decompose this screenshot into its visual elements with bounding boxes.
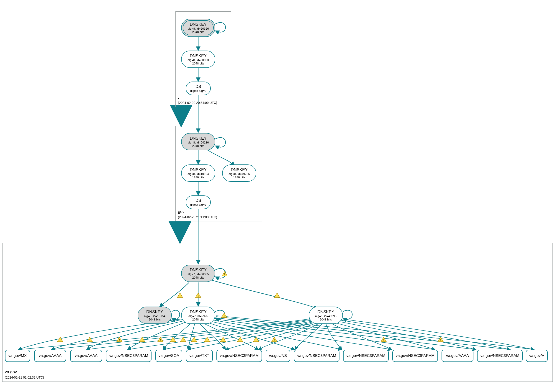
- rr-soa: va.gov/SOA: [155, 350, 182, 362]
- rr-aaaa-1: va.gov/AAAA: [34, 350, 66, 362]
- zone-root-label: . (2024-02-20 20:34:09 UTC): [178, 95, 217, 105]
- node-va-40995: DNSKEY alg=8, id=40995 2048 bits: [309, 307, 343, 324]
- zone-gov-label: gov (2024-02-20 21:11:08 UTC): [178, 209, 217, 219]
- node-root-zsk-sub1: alg=8, id=30903: [188, 58, 209, 62]
- node-va-ksk: DNSKEY alg=7, id=36085 2048 bits: [181, 265, 215, 282]
- node-gov-zsk1: DNSKEY alg=8, id=10104 1280 bits: [181, 164, 215, 182]
- rr-txt: va.gov/TXT: [186, 350, 213, 362]
- node-va-40995-sub1: alg=8, id=40995: [315, 314, 336, 318]
- node-va-40995-sub2: 2048 bits: [320, 318, 332, 321]
- node-gov-ksk-title: DNSKEY: [190, 136, 207, 141]
- rr-a-1: va.gov/A: [526, 350, 548, 362]
- node-gov-zsk1-sub2: 1280 bits: [192, 176, 204, 179]
- node-va-ksk-title: DNSKEY: [190, 268, 207, 272]
- node-root-zsk-sub2: 2048 bits: [192, 62, 204, 65]
- node-gov-zsk1-sub1: alg=8, id=10104: [188, 172, 209, 176]
- node-va-ksk-sub1: alg=7, id=36085: [188, 272, 209, 276]
- rr-mx: va.gov/MX: [5, 350, 30, 362]
- node-va-5925: DNSKEY alg=7, id=5925 2048 bits: [181, 307, 215, 324]
- zone-root-name: .: [178, 95, 179, 100]
- node-va-15154-sub2: 2048 bits: [149, 318, 161, 321]
- rr-nsec3-2: va.gov/NSEC3PARAM: [216, 350, 262, 362]
- node-va-40995-title: DNSKEY: [317, 310, 334, 314]
- node-root-ds: DS digest alg=2: [186, 81, 211, 95]
- node-va-5925-title: DNSKEY: [190, 310, 207, 314]
- node-gov-ksk: DNSKEY alg=8, id=64280 2048 bits: [181, 133, 215, 150]
- rr-aaaa-3: va.gov/AAAA: [442, 350, 474, 362]
- node-root-ksk-title: DNSKEY: [190, 22, 207, 27]
- node-va-15154: DNSKEY alg=8, id=15154 2048 bits: [138, 307, 172, 324]
- node-va-5925-sub2: 2048 bits: [192, 318, 204, 321]
- node-root-ksk: DNSKEY alg=8, id=20326 2048 bits: [181, 19, 215, 37]
- node-va-ksk-sub2: 2048 bits: [192, 276, 204, 279]
- zone-gov-time: (2024-02-20 21:11:08 UTC): [178, 215, 217, 219]
- node-root-ksk-sub2: 2048 bits: [192, 30, 204, 34]
- node-root-ds-sub1: digest alg=2: [190, 89, 206, 93]
- node-va-15154-title: DNSKEY: [146, 310, 163, 314]
- zone-vagov-label: va.gov (2024-02-21 01:02:32 UTC): [5, 370, 44, 380]
- rr-aaaa-2: va.gov/AAAA: [70, 350, 102, 362]
- rr-nsec3-4: va.gov/NSEC3PARAM: [343, 350, 389, 362]
- rr-nsec3-6: va.gov/NSEC3PARAM: [477, 350, 523, 362]
- node-root-zsk: DNSKEY alg=8, id=30903 2048 bits: [181, 51, 215, 68]
- dnssec-diagram: . (2024-02-20 20:34:09 UTC) gov (2024-02…: [0, 0, 555, 392]
- node-root-ds-title: DS: [195, 84, 201, 89]
- zone-vagov-time: (2024-02-21 01:02:32 UTC): [5, 376, 44, 379]
- rr-ns: va.gov/NS: [266, 350, 290, 362]
- node-gov-ds: DS digest alg=2: [186, 196, 211, 209]
- node-gov-ds-sub1: digest alg=2: [190, 203, 206, 206]
- zone-vagov-name: va.gov: [5, 370, 17, 374]
- rr-nsec3-5: va.gov/NSEC3PARAM: [392, 350, 438, 362]
- node-gov-zsk2: DNSKEY alg=8, id=49735 1280 bits: [222, 164, 256, 182]
- zone-gov-name: gov: [178, 209, 184, 214]
- rr-nsec3-1: va.gov/NSEC3PARAM: [106, 350, 152, 362]
- node-root-ksk-sub1: alg=8, id=20326: [188, 27, 209, 30]
- rr-nsec3-3: va.gov/NSEC3PARAM: [294, 350, 339, 362]
- zone-root-time: (2024-02-20 20:34:09 UTC): [178, 101, 217, 105]
- node-gov-ds-title: DS: [195, 198, 201, 203]
- node-gov-zsk2-title: DNSKEY: [231, 167, 248, 172]
- node-root-zsk-title: DNSKEY: [190, 53, 207, 58]
- node-va-15154-sub1: alg=8, id=15154: [144, 314, 165, 318]
- node-va-5925-sub1: alg=7, id=5925: [188, 314, 208, 318]
- node-gov-zsk2-sub1: alg=8, id=49735: [228, 172, 250, 176]
- node-gov-zsk2-sub2: 1280 bits: [233, 176, 245, 179]
- node-gov-ksk-sub2: 2048 bits: [192, 144, 204, 148]
- node-gov-ksk-sub1: alg=8, id=64280: [188, 141, 209, 144]
- node-gov-zsk1-title: DNSKEY: [190, 167, 207, 172]
